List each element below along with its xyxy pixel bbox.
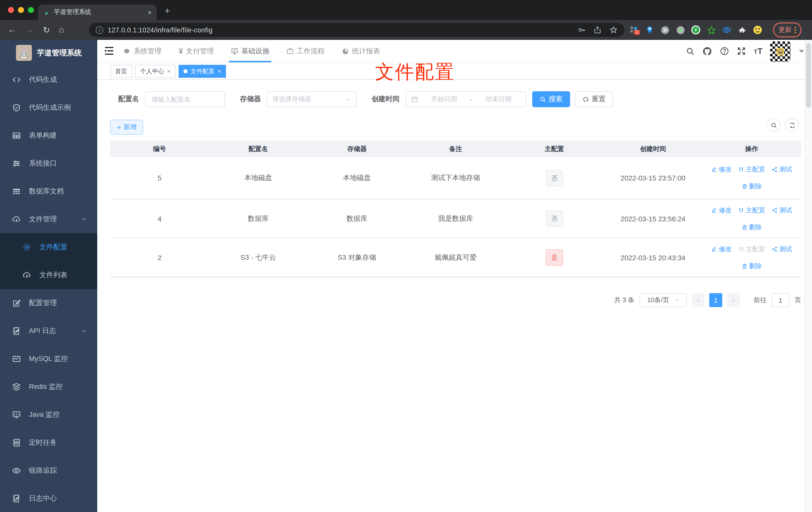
nav-item-payment[interactable]: ¥ 支付管理 xyxy=(179,40,214,62)
extension-star-icon[interactable] xyxy=(707,25,716,34)
sidebar-item-file-list[interactable]: 文件列表 xyxy=(0,261,97,289)
nav-item-report[interactable]: 统计报表 xyxy=(342,40,380,62)
eye-icon xyxy=(12,466,21,475)
reload-icon[interactable]: ↻ xyxy=(43,25,50,35)
col-header-id: 编号 xyxy=(110,144,209,153)
table-search-toggle-button[interactable] xyxy=(766,118,781,132)
share-icon[interactable] xyxy=(593,26,602,34)
tab-close-icon[interactable]: × xyxy=(148,8,152,16)
font-size-icon[interactable]: TT xyxy=(754,46,763,56)
tag-close-icon[interactable]: × xyxy=(218,68,221,75)
sidebar-item-trace[interactable]: 链路追踪 xyxy=(0,457,97,485)
edit-action[interactable]: 修改 xyxy=(711,244,732,253)
tag-close-icon[interactable]: × xyxy=(167,68,171,75)
extension-emoji-icon[interactable] xyxy=(753,25,762,34)
date-range-picker[interactable]: 开始日期 - 结束日期 xyxy=(406,91,526,107)
avatar-caret-icon[interactable] xyxy=(799,50,804,53)
next-page-button[interactable]: › xyxy=(727,293,740,307)
cell-storage: 本地磁盘 xyxy=(308,174,406,182)
cell-actions: 修改 主配置 测试 删除 xyxy=(702,242,801,273)
master-action[interactable]: 主配置 xyxy=(738,206,765,215)
sidebar-item-mysql-monitor[interactable]: MySQL 监控 xyxy=(0,345,97,373)
extension-grid-icon[interactable]: 11 xyxy=(630,25,638,34)
sidebar-logo[interactable]: 🐰 芋道管理系统 xyxy=(0,40,97,66)
extension-eye-icon[interactable] xyxy=(722,25,731,34)
browser-update-button[interactable]: 更新 xyxy=(773,23,802,37)
sidebar: 🐰 芋道管理系统 代码生成 代码生成示例 表单构建 系统接口 数据库文档 文件管… xyxy=(0,40,97,512)
bookmark-star-icon[interactable] xyxy=(609,26,617,34)
sidebar-item-db-doc[interactable]: 数据库文档 xyxy=(0,178,97,205)
edit-action[interactable]: 修改 xyxy=(711,206,732,215)
home-icon[interactable]: ⌂ xyxy=(59,25,64,35)
briefcase-icon xyxy=(286,48,294,55)
delete-action[interactable]: 删除 xyxy=(742,222,762,232)
sidebar-item-java-monitor[interactable]: Java 监控 xyxy=(0,401,97,429)
sidebar-item-form-builder[interactable]: 表单构建 xyxy=(0,122,97,150)
user-avatar[interactable]: 😀 xyxy=(770,41,790,62)
url-text[interactable]: 127.0.0.1:1024/infra/file/file-config xyxy=(108,26,573,34)
table-refresh-button[interactable] xyxy=(785,118,799,132)
nav-item-system[interactable]: 系统管理 xyxy=(123,40,162,62)
extension-puzzle-icon[interactable] xyxy=(738,25,747,34)
delete-action[interactable]: 删除 xyxy=(742,182,762,191)
prev-page-button[interactable]: ‹ xyxy=(692,293,704,307)
nav-item-infrastructure[interactable]: 基础设施 xyxy=(231,40,269,62)
logo-rabbit-avatar: 🐰 xyxy=(16,45,32,61)
github-icon[interactable] xyxy=(702,46,713,56)
nav-item-workflow[interactable]: 工作流程 xyxy=(286,40,325,62)
sidebar-item-file-config[interactable]: 文件配置 xyxy=(0,233,97,261)
back-icon[interactable]: ← xyxy=(8,25,17,35)
extension-balloon-icon[interactable] xyxy=(645,25,654,34)
forward-icon[interactable]: → xyxy=(25,25,34,35)
search-icon[interactable] xyxy=(686,47,695,56)
sidebar-item-log-center[interactable]: 日志中心 xyxy=(0,485,97,512)
extension-y-icon[interactable]: Y xyxy=(691,25,700,34)
end-date-placeholder[interactable]: 结束日期 xyxy=(476,95,521,104)
extension-dot-icon[interactable] xyxy=(676,25,685,34)
delete-action[interactable]: 删除 xyxy=(742,262,762,270)
browser-scrollbar[interactable] xyxy=(805,40,812,512)
sidebar-item-code-example[interactable]: 代码生成示例 xyxy=(0,94,97,122)
scrollbar-thumb[interactable] xyxy=(806,43,811,108)
search-button[interactable]: 搜索 xyxy=(532,91,570,107)
cell-storage: 数据库 xyxy=(308,214,406,223)
edit-action[interactable]: 修改 xyxy=(711,165,732,174)
sidebar-item-config-management[interactable]: 配置管理 xyxy=(0,289,97,317)
close-window-button[interactable] xyxy=(8,7,14,13)
browser-menu-icon[interactable] xyxy=(794,27,796,33)
sidebar-item-api-log[interactable]: API 日志 xyxy=(0,317,97,345)
help-icon[interactable] xyxy=(720,47,729,56)
add-button[interactable]: + 新增 xyxy=(110,120,143,134)
tag-file-config[interactable]: 文件配置 × xyxy=(179,65,226,78)
nav-item-label: 支付管理 xyxy=(186,47,214,56)
sidebar-item-scheduled-jobs[interactable]: 定时任务 xyxy=(0,429,97,457)
sidebar-item-file-management[interactable]: 文件管理 xyxy=(0,205,97,233)
extension-command-icon[interactable]: ⌘ xyxy=(660,25,669,34)
start-date-placeholder[interactable]: 开始日期 xyxy=(422,95,466,104)
tag-home[interactable]: 首页 xyxy=(110,65,132,78)
reset-button[interactable]: 重置 xyxy=(575,91,613,107)
current-page-button[interactable]: 1 xyxy=(709,293,722,307)
new-tab-button[interactable]: + xyxy=(165,6,170,16)
storage-select[interactable]: 请选择存储器 xyxy=(267,91,357,107)
minimize-window-button[interactable] xyxy=(18,7,24,13)
sidebar-item-redis-monitor[interactable]: Redis 监控 xyxy=(0,373,97,401)
browser-tab[interactable]: 芋道管理系统 × xyxy=(38,4,156,20)
test-action[interactable]: 测试 xyxy=(772,165,792,174)
test-action[interactable]: 测试 xyxy=(772,244,792,253)
zoom-window-button[interactable] xyxy=(28,7,34,13)
fullscreen-icon[interactable] xyxy=(737,47,746,56)
sidebar-item-code-generation[interactable]: 代码生成 xyxy=(0,66,97,94)
site-info-icon[interactable]: i xyxy=(96,26,103,34)
master-action[interactable]: 主配置 xyxy=(738,165,765,174)
test-action[interactable]: 测试 xyxy=(772,206,792,215)
tag-profile[interactable]: 个人中心 × xyxy=(135,65,176,78)
page-size-select[interactable]: 10条/页 xyxy=(639,293,687,307)
config-name-input[interactable] xyxy=(145,91,225,107)
window-controls[interactable] xyxy=(8,7,34,13)
address-bar[interactable]: i 127.0.0.1:1024/infra/file/file-config xyxy=(89,23,625,37)
goto-page-input[interactable] xyxy=(772,293,789,307)
sidebar-collapse-icon[interactable] xyxy=(104,47,114,55)
password-key-icon[interactable] xyxy=(578,26,585,34)
sidebar-item-system-api[interactable]: 系统接口 xyxy=(0,150,97,178)
